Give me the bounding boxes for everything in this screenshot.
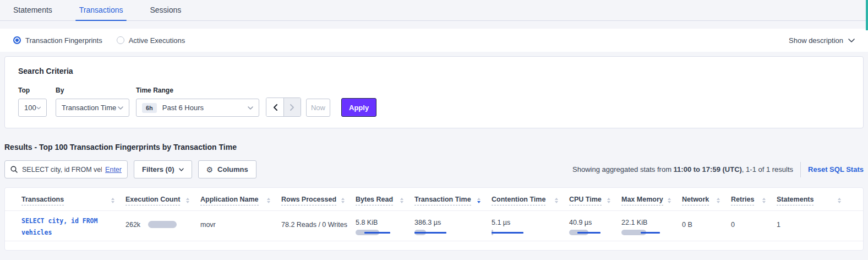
cell-transaction-time: 386.3 µs: [414, 211, 492, 241]
column-header-max-memory[interactable]: Max Memory: [621, 188, 682, 210]
now-button[interactable]: Now: [306, 99, 330, 117]
column-header-bytes-read[interactable]: Bytes Read: [356, 188, 414, 210]
sort-icon: [717, 198, 720, 203]
column-header-contention-time[interactable]: Contention Time: [492, 188, 569, 210]
columns-label: Columns: [217, 165, 248, 174]
cell-rows-processed: 78.2 Reads / 0 Writes: [281, 211, 356, 241]
cell-cpu-time: 40.9 µs: [569, 211, 621, 241]
search-criteria-card: Search Criteria Top 100 By Transaction T…: [4, 56, 864, 128]
results-toolbar: Enter Filters (0) ⚙ Columns Showing aggr…: [4, 160, 864, 178]
radio-active-executions[interactable]: Active Executions: [117, 36, 185, 45]
filters-button[interactable]: Filters (0): [134, 160, 192, 178]
chevron-down-icon: [248, 106, 253, 110]
sort-icon: [607, 198, 610, 203]
column-header-execution-count[interactable]: Execution Count: [125, 188, 200, 210]
cell-statements: 1: [777, 211, 852, 241]
sort-icon: [111, 198, 114, 203]
transaction-fingerprint-link[interactable]: SELECT city, id FROM vehicles: [21, 211, 125, 241]
show-description-label: Show description: [789, 36, 843, 45]
sql-activity-tabbar: Statements Transactions Sessions: [0, 0, 868, 21]
cell-execution-count: 262k: [125, 211, 200, 241]
time-range-previous-button[interactable]: [266, 98, 283, 116]
aggregated-stats-text: Showing aggregated stats from 11:00 to 1…: [572, 165, 793, 174]
sort-icon: [555, 198, 558, 203]
time-range-field-label: Time Range: [136, 86, 259, 94]
search-input[interactable]: [22, 166, 102, 174]
time-range-field: Time Range 6h Past 6 Hours: [136, 86, 259, 117]
chevron-down-icon: [848, 39, 855, 42]
radio-label: Active Executions: [129, 36, 185, 45]
column-header-cpu-time[interactable]: CPU Time: [569, 188, 621, 210]
by-select[interactable]: Transaction Time: [56, 99, 129, 117]
filters-label: Filters (0): [142, 165, 174, 174]
search-enter-button[interactable]: Enter: [105, 166, 122, 174]
columns-button[interactable]: ⚙ Columns: [198, 160, 256, 178]
tab-transactions[interactable]: Transactions: [79, 6, 123, 20]
chevron-left-icon: [273, 104, 277, 111]
column-header-transactions[interactable]: Transactions: [21, 188, 125, 210]
sort-icon: [186, 198, 189, 203]
chevron-down-icon: [36, 106, 41, 110]
column-header-retries[interactable]: Retries: [731, 188, 777, 210]
column-header-rows-processed[interactable]: Rows Processed: [281, 188, 356, 210]
cpu-time-bar: [569, 229, 608, 236]
results-heading: Results - Top 100 Transaction Fingerprin…: [4, 143, 864, 151]
transactions-table-card: Transactions Execution Count Application…: [4, 187, 864, 251]
column-header-transaction-time[interactable]: Transaction Time: [414, 188, 492, 210]
sort-desc-icon: [477, 198, 481, 203]
radio-label: Transaction Fingerprints: [25, 36, 102, 45]
top-select[interactable]: 100: [18, 99, 47, 117]
sort-icon: [400, 198, 403, 203]
sort-icon: [341, 198, 345, 203]
sort-icon: [267, 198, 270, 203]
show-description-toggle[interactable]: Show description: [789, 36, 855, 45]
table-row: SELECT city, id FROM vehicles 262k movr …: [5, 211, 863, 241]
sort-icon: [838, 198, 841, 203]
transaction-time-bar: [414, 229, 453, 236]
cell-max-memory: 22.1 KiB: [621, 211, 682, 241]
search-box[interactable]: Enter: [4, 160, 128, 178]
tab-sessions[interactable]: Sessions: [150, 6, 181, 20]
top-select-value: 100: [24, 104, 36, 112]
view-toggle-strip: Transaction Fingerprints Active Executio…: [0, 29, 868, 52]
search-criteria-title: Search Criteria: [18, 67, 850, 75]
radio-selected-icon: [13, 36, 21, 44]
time-range-arrow-group: [266, 98, 301, 117]
contention-time-bar: [492, 229, 530, 236]
cell-retries: 0: [731, 211, 777, 241]
time-range-badge: 6h: [142, 103, 157, 113]
radio-unselected-icon: [117, 36, 124, 44]
chevron-down-icon: [118, 106, 123, 110]
table-header-row: Transactions Execution Count Application…: [5, 188, 863, 211]
cell-network: 0 B: [682, 211, 731, 241]
apply-button[interactable]: Apply: [341, 98, 376, 117]
sort-icon: [668, 198, 671, 203]
stats-time-range: 11:00 to 17:59 (UTC): [674, 165, 742, 174]
by-select-value: Transaction Time: [62, 104, 116, 112]
time-range-next-button[interactable]: [283, 98, 301, 116]
gear-icon: ⚙: [206, 166, 214, 174]
top-field: Top 100: [18, 86, 47, 117]
by-field-label: By: [56, 86, 129, 94]
search-criteria-form: Top 100 By Transaction Time Time Range 6…: [18, 86, 850, 117]
toolbar-divider: [800, 162, 801, 177]
column-header-application-name[interactable]: Application Name: [200, 188, 281, 210]
max-memory-bar: [621, 229, 660, 236]
column-header-network[interactable]: Network: [682, 188, 731, 210]
column-header-statements[interactable]: Statements: [777, 188, 852, 210]
scroll-edge-strip: [866, 0, 868, 30]
execution-count-bar: [148, 221, 177, 228]
top-field-label: Top: [18, 86, 47, 94]
sort-icon: [762, 198, 766, 203]
cell-application-name: movr: [200, 211, 281, 241]
radio-transaction-fingerprints[interactable]: Transaction Fingerprints: [13, 36, 102, 45]
tab-statements[interactable]: Statements: [13, 6, 52, 20]
time-range-select[interactable]: 6h Past 6 Hours: [136, 99, 259, 117]
reset-sql-stats-link[interactable]: Reset SQL Stats: [808, 165, 864, 174]
cell-bytes-read: 5.8 KiB: [356, 211, 414, 241]
chevron-right-icon: [290, 104, 294, 111]
chevron-down-icon: [179, 168, 184, 171]
time-range-value: Past 6 Hours: [162, 104, 248, 112]
by-field: By Transaction Time: [56, 86, 129, 117]
search-icon: [10, 166, 18, 173]
